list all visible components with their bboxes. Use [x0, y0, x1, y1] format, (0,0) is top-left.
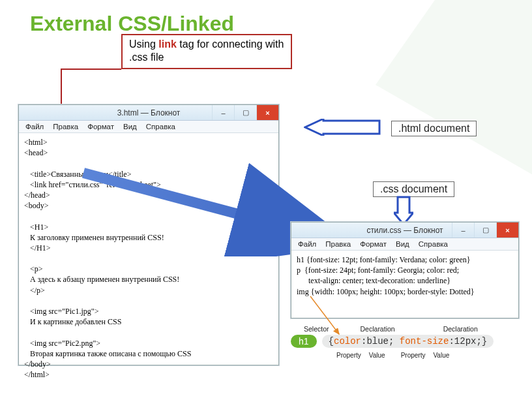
menu-item[interactable]: Файл	[25, 123, 44, 131]
maximize-button[interactable]: ▢	[234, 105, 256, 120]
minimize-button[interactable]: –	[212, 105, 234, 120]
close-button[interactable]: ×	[256, 105, 278, 120]
notepad-css-body[interactable]: h1 {font-size: 12pt; font-family: Verdan…	[291, 251, 518, 301]
slide-title: External CSS/Linked	[30, 12, 234, 36]
notepad-html-title: 3.html — Блокнот	[117, 108, 181, 117]
info-callout: Using link tag for connecting with .css …	[121, 34, 292, 69]
notepad-css-title: стили.css — Блокнот	[366, 226, 443, 235]
arrow-to-html-label	[304, 119, 382, 136]
notepad-css-menubar: Файл Правка Формат Вид Справка	[291, 238, 518, 251]
syntax-prop: font-size	[400, 336, 449, 346]
label-css-doc: .css document	[373, 181, 454, 197]
menu-item[interactable]: Правка	[53, 123, 78, 131]
syntax-declaration-pill: {color:blue; font-size:12px;}	[322, 335, 494, 348]
menu-item[interactable]: Правка	[325, 240, 351, 248]
syntax-label-declaration: Declaration	[443, 325, 478, 333]
menu-item[interactable]: Файл	[298, 240, 316, 248]
menu-item[interactable]: Формат	[360, 240, 387, 248]
notepad-html-titlebar: 3.html — Блокнот – ▢ ×	[19, 105, 278, 121]
notepad-html-menubar: Файл Правка Формат Вид Справка	[19, 121, 278, 133]
syntax-label-value: Value	[369, 352, 385, 359]
css-syntax-diagram: Selector Declaration Declaration h1 {col…	[291, 325, 525, 359]
menu-item[interactable]: Справка	[146, 123, 175, 131]
menu-item[interactable]: Вид	[123, 123, 137, 131]
syntax-prop: color	[334, 336, 361, 346]
syntax-label-property: Property	[336, 352, 361, 359]
info-text-pre: Using	[129, 38, 158, 50]
notepad-css-titlebar: стили.css — Блокнот – ▢ ×	[291, 223, 518, 238]
syntax-label-property: Property	[401, 352, 426, 359]
notepad-css-window: стили.css — Блокнот – ▢ × Файл Правка Фо…	[291, 222, 519, 318]
syntax-label-selector: Selector	[304, 325, 329, 333]
syntax-label-declaration: Declaration	[361, 325, 395, 333]
background-decoration	[376, 0, 532, 189]
menu-item[interactable]: Вид	[396, 240, 409, 248]
close-button[interactable]: ×	[496, 223, 518, 238]
info-text-accent: link	[158, 38, 177, 50]
minimize-button[interactable]: –	[452, 223, 474, 238]
syntax-selector-pill: h1	[291, 335, 317, 348]
notepad-html-body[interactable]: <html> <head> <title>Связанные стили</ti…	[19, 133, 278, 384]
maximize-button[interactable]: ▢	[474, 223, 496, 238]
menu-item[interactable]: Справка	[419, 240, 448, 248]
menu-item[interactable]: Формат	[87, 123, 114, 131]
syntax-label-value: Value	[433, 352, 449, 359]
notepad-html-window: 3.html — Блокнот – ▢ × Файл Правка Форма…	[18, 104, 279, 365]
label-html-doc: .html document	[391, 121, 477, 136]
